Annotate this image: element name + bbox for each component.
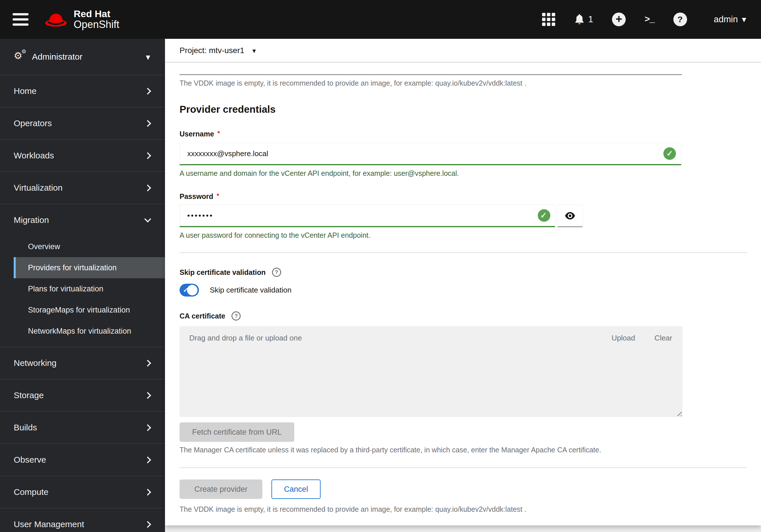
upload-button[interactable]: Upload	[612, 334, 635, 342]
chevron-right-icon	[144, 392, 151, 399]
app-launcher-grid-icon[interactable]	[542, 13, 555, 26]
notification-count: 1	[588, 14, 593, 25]
section-divider	[180, 252, 747, 253]
required-asterisk: *	[217, 130, 220, 137]
username-value: xxxxxxxx@vsphere.local	[187, 149, 268, 158]
sidebar-item-observe[interactable]: Observe	[0, 443, 165, 476]
user-menu[interactable]: admin	[714, 14, 746, 25]
sidebar-item-plans-for-virtualization[interactable]: Plans for virtualization	[14, 278, 165, 299]
sidebar-item-storagemaps-for-virtualization[interactable]: StorageMaps for virtualization	[14, 299, 165, 321]
sidebar-item-operators[interactable]: Operators	[0, 107, 165, 139]
skip-cert-toggle-label: Skip certificate validation	[210, 286, 291, 295]
reveal-password-button[interactable]	[557, 205, 583, 227]
password-input[interactable]: •••••••	[180, 205, 555, 227]
perspective-label: Administrator	[32, 52, 83, 62]
redhat-openshift-logo[interactable]: Red Hat OpenShift	[44, 9, 119, 30]
help-popover-icon[interactable]	[231, 311, 241, 321]
resize-handle[interactable]	[675, 410, 682, 416]
sidebar-item-networkmaps-for-virtualization[interactable]: NetworkMaps for virtualization	[14, 321, 165, 342]
main-area: Project: mtv-user1 The VDDK image is emp…	[165, 39, 761, 532]
brand-line2: OpenShift	[74, 19, 119, 30]
user-menu-label: admin	[714, 14, 738, 25]
password-masked-value: •••••••	[187, 211, 213, 220]
openshift-console: Red Hat OpenShift 1 admin	[0, 0, 761, 532]
sidebar-item-migration[interactable]: Migration	[0, 204, 165, 236]
username-input[interactable]: xxxxxxxx@vsphere.local	[180, 143, 681, 165]
username-helper-text: A username and domain for the vCenter AP…	[180, 169, 747, 178]
section-title: Provider credentials	[180, 104, 747, 115]
sidebar-item-user-management[interactable]: User Management	[0, 508, 165, 532]
skip-cert-toggle[interactable]	[180, 284, 199, 297]
help-popover-icon[interactable]	[272, 268, 281, 277]
password-label: Password*	[180, 192, 747, 201]
ca-cert-helper-text: The Manager CA certificate unless it was…	[180, 446, 747, 454]
drop-placeholder-text: Drag and drop a file or upload one	[189, 334, 302, 342]
chevron-right-icon	[144, 120, 151, 127]
cogs-icon	[14, 52, 25, 62]
sidebar-item-workloads[interactable]: Workloads	[0, 139, 165, 171]
sidebar-item-builds[interactable]: Builds	[0, 411, 165, 443]
clear-button[interactable]: Clear	[655, 334, 672, 342]
ca-cert-label: CA certificate	[180, 311, 747, 321]
form-actions: Create provider Cancel	[180, 480, 747, 499]
help-question-icon[interactable]	[673, 13, 687, 26]
sidebar-item-virtualization[interactable]: Virtualization	[0, 171, 165, 204]
vddk-helper-text: The VDDK image is empty, it is recommend…	[180, 79, 747, 87]
sidebar-nav: Administrator Home Operators Workloads V…	[0, 39, 165, 532]
redhat-fedora-icon	[44, 11, 68, 28]
masthead: Red Hat OpenShift 1 admin	[0, 0, 761, 39]
fetch-certificate-button[interactable]: Fetch certificate from URL	[180, 422, 294, 442]
migration-submenu: Overview Providers for virtualization Pl…	[0, 236, 165, 347]
create-provider-button[interactable]: Create provider	[180, 480, 262, 499]
vddk-helper-text-bottom: The VDDK image is empty, it is recommend…	[180, 505, 747, 513]
username-label: Username*	[180, 130, 747, 138]
chevron-right-icon	[144, 152, 151, 159]
sidebar-item-migration-overview[interactable]: Overview	[14, 236, 165, 257]
eye-icon	[565, 212, 575, 219]
chevron-right-icon	[144, 489, 151, 496]
sidebar-item-home[interactable]: Home	[0, 75, 165, 107]
chevron-right-icon	[144, 88, 151, 94]
valid-check-icon	[663, 147, 676, 160]
provider-form: The VDDK image is empty, it is recommend…	[165, 63, 761, 525]
perspective-switcher[interactable]: Administrator	[0, 39, 165, 75]
ca-cert-drop-area[interactable]: Drag and drop a file or upload one Uploa…	[180, 326, 682, 417]
sidebar-item-compute[interactable]: Compute	[0, 476, 165, 508]
chevron-right-icon	[144, 184, 151, 191]
skip-cert-label: Skip certificate validation	[180, 268, 747, 277]
vddk-image-input[interactable]	[180, 63, 682, 75]
valid-check-icon	[538, 209, 550, 222]
brand-line1: Red Hat	[74, 9, 119, 19]
add-plus-circle-icon[interactable]	[612, 13, 626, 26]
cancel-button[interactable]: Cancel	[271, 480, 321, 499]
section-divider	[180, 467, 747, 468]
chevron-right-icon	[144, 360, 151, 367]
sidebar-item-networking[interactable]: Networking	[0, 347, 165, 379]
project-selector[interactable]: Project: mtv-user1	[165, 39, 761, 63]
chevron-down-icon	[252, 46, 256, 55]
sidebar-item-providers-for-virtualization[interactable]: Providers for virtualization	[14, 257, 165, 278]
required-asterisk: *	[217, 192, 219, 200]
chevron-down-icon	[144, 215, 151, 222]
chevron-right-icon	[144, 456, 151, 463]
password-helper-text: A user password for connecting to the vC…	[180, 231, 747, 239]
masthead-toolbar: 1 admin	[542, 13, 746, 26]
chevron-down-icon	[146, 52, 150, 62]
chevron-right-icon	[144, 521, 151, 528]
nav-toggle-hamburger-icon[interactable]	[13, 13, 29, 26]
notifications-bell-icon[interactable]: 1	[574, 14, 593, 25]
chevron-down-icon	[742, 14, 746, 25]
sidebar-item-storage[interactable]: Storage	[0, 379, 165, 411]
project-selector-label: Project: mtv-user1	[180, 46, 244, 55]
chevron-right-icon	[144, 424, 151, 431]
terminal-icon[interactable]	[645, 14, 654, 25]
